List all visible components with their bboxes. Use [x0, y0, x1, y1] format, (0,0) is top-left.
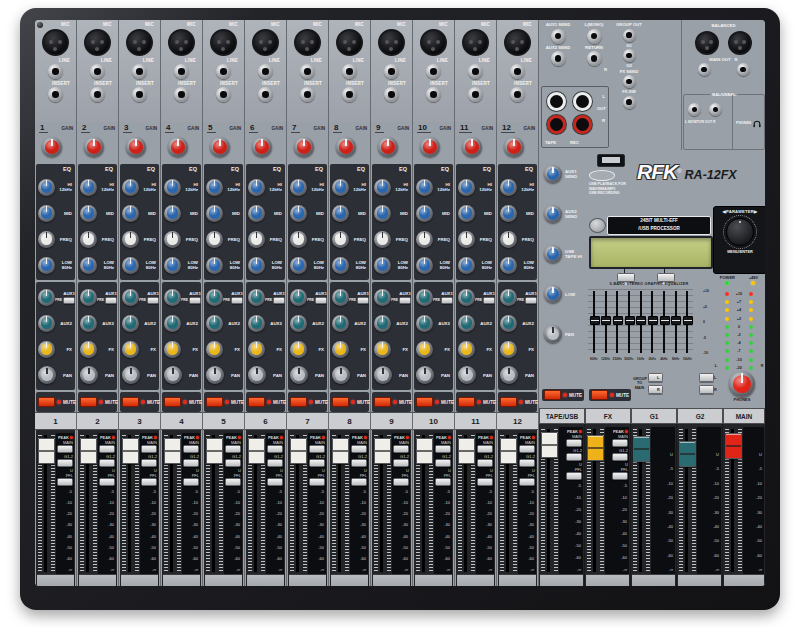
geq-slider[interactable]	[588, 289, 600, 355]
geq-slider[interactable]	[611, 289, 623, 355]
pfl-button[interactable]	[477, 478, 493, 486]
group-assign-button[interactable]	[477, 459, 493, 467]
eq-low-knob[interactable]	[374, 257, 391, 274]
group-assign-button[interactable]	[519, 459, 535, 467]
group-assign-button[interactable]	[99, 459, 115, 467]
main-assign-button[interactable]	[309, 445, 325, 453]
fx-main-button[interactable]	[612, 439, 628, 447]
pfl-button[interactable]	[435, 478, 451, 486]
main-assign-button[interactable]	[519, 445, 535, 453]
eq-freq-knob[interactable]	[290, 231, 307, 248]
tape-usb-mute-button[interactable]	[544, 390, 561, 400]
channel-fader[interactable]	[290, 438, 307, 464]
mute-button[interactable]	[164, 397, 181, 407]
pan-knob[interactable]	[122, 366, 140, 384]
group-assign-button[interactable]	[57, 459, 73, 467]
eq-mid-knob[interactable]	[206, 205, 223, 222]
gain-knob[interactable]	[210, 137, 230, 157]
pre-button[interactable]	[63, 297, 75, 304]
tape-group-button[interactable]	[566, 453, 582, 461]
aux1-knob[interactable]	[416, 289, 433, 306]
eq-freq-knob[interactable]	[374, 231, 391, 248]
aux2-knob[interactable]	[248, 315, 265, 332]
master-pan-knob[interactable]	[544, 325, 562, 343]
fx-knob[interactable]	[500, 341, 517, 358]
eq-mid-knob[interactable]	[374, 205, 391, 222]
main-assign-button[interactable]	[225, 445, 241, 453]
eq-hi-knob[interactable]	[122, 179, 139, 196]
g2-to-main-r-button[interactable]	[699, 385, 714, 394]
mute-button[interactable]	[290, 397, 307, 407]
fx-knob[interactable]	[290, 341, 307, 358]
group-assign-button[interactable]	[351, 459, 367, 467]
eq-mid-knob[interactable]	[248, 205, 265, 222]
eq-hi-knob[interactable]	[374, 179, 391, 196]
pfl-button[interactable]	[351, 478, 367, 486]
aux2-knob[interactable]	[164, 315, 181, 332]
pre-button[interactable]	[399, 297, 411, 304]
eq-freq-knob[interactable]	[206, 231, 223, 248]
gain-knob[interactable]	[294, 137, 314, 157]
mute-button[interactable]	[248, 397, 265, 407]
pfl-button[interactable]	[141, 478, 157, 486]
gain-knob[interactable]	[462, 137, 482, 157]
main-assign-button[interactable]	[351, 445, 367, 453]
pan-knob[interactable]	[374, 366, 392, 384]
eq-low-knob[interactable]	[248, 257, 265, 274]
main-assign-button[interactable]	[477, 445, 493, 453]
fx-knob[interactable]	[38, 341, 55, 358]
geq-slider[interactable]	[600, 289, 612, 355]
aux1-knob[interactable]	[164, 289, 181, 306]
group-assign-button[interactable]	[309, 459, 325, 467]
pan-knob[interactable]	[458, 366, 476, 384]
main-assign-button[interactable]	[141, 445, 157, 453]
eq-freq-knob[interactable]	[416, 231, 433, 248]
eq-mid-knob[interactable]	[332, 205, 349, 222]
pfl-button[interactable]	[183, 478, 199, 486]
channel-fader[interactable]	[122, 438, 139, 464]
pan-knob[interactable]	[290, 366, 308, 384]
fx-knob[interactable]	[374, 341, 391, 358]
mute-button[interactable]	[122, 397, 139, 407]
gain-knob[interactable]	[168, 137, 188, 157]
pre-button[interactable]	[273, 297, 285, 304]
mute-button[interactable]	[500, 397, 517, 407]
fx-knob[interactable]	[122, 341, 139, 358]
aux2-knob[interactable]	[122, 315, 139, 332]
fx-knob[interactable]	[164, 341, 181, 358]
eq-freq-knob[interactable]	[122, 231, 139, 248]
g2-to-main-l-button[interactable]	[699, 373, 714, 382]
geq-slider[interactable]	[635, 289, 647, 355]
group-assign-button[interactable]	[393, 459, 409, 467]
eq-mid-knob[interactable]	[290, 205, 307, 222]
eq-low-knob[interactable]	[206, 257, 223, 274]
pan-knob[interactable]	[38, 366, 56, 384]
aux1-knob[interactable]	[332, 289, 349, 306]
aux1-knob[interactable]	[122, 289, 139, 306]
gain-knob[interactable]	[336, 137, 356, 157]
eq-freq-knob[interactable]	[80, 231, 97, 248]
aux2-knob[interactable]	[374, 315, 391, 332]
group-assign-button[interactable]	[267, 459, 283, 467]
fx-knob[interactable]	[80, 341, 97, 358]
main-assign-button[interactable]	[99, 445, 115, 453]
eq-hi-knob[interactable]	[248, 179, 265, 196]
channel-fader[interactable]	[164, 438, 181, 464]
eq-hi-knob[interactable]	[500, 179, 517, 196]
g2-fader[interactable]	[679, 441, 696, 467]
eq-freq-knob[interactable]	[248, 231, 265, 248]
pre-button[interactable]	[231, 297, 243, 304]
fx-pfl-button[interactable]	[612, 472, 628, 480]
pan-knob[interactable]	[80, 366, 98, 384]
pre-button[interactable]	[525, 297, 537, 304]
pan-knob[interactable]	[248, 366, 266, 384]
aux1-knob[interactable]	[248, 289, 265, 306]
aux1-knob[interactable]	[458, 289, 475, 306]
eq-low-knob[interactable]	[122, 257, 139, 274]
mute-button[interactable]	[80, 397, 97, 407]
aux1-knob[interactable]	[80, 289, 97, 306]
aux1-knob[interactable]	[38, 289, 55, 306]
geq-slider[interactable]	[682, 289, 694, 355]
main-assign-button[interactable]	[435, 445, 451, 453]
mute-button[interactable]	[206, 397, 223, 407]
